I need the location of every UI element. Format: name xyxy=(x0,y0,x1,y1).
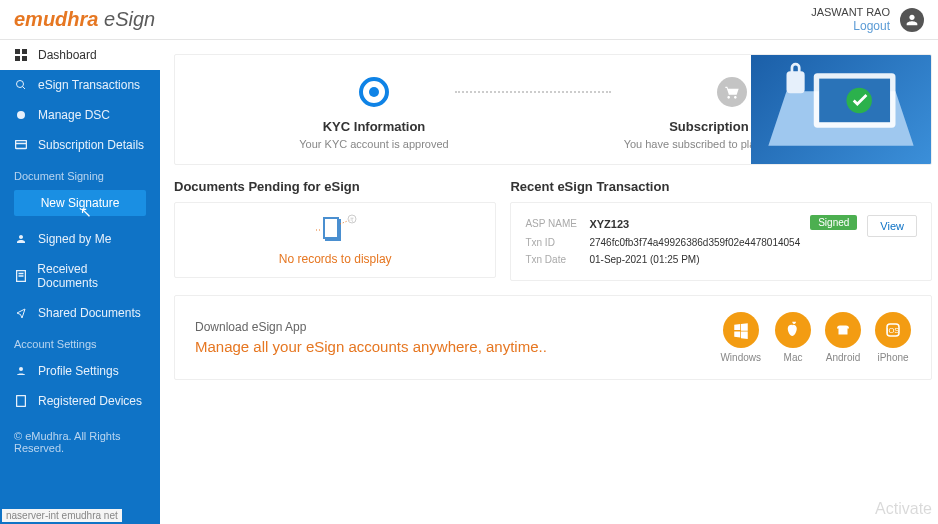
sidebar-item-received-docs[interactable]: Received Documents xyxy=(0,254,160,298)
windows-icon xyxy=(732,321,750,339)
activate-watermark: Activate xyxy=(875,500,932,518)
recent-panel: Recent eSign Transaction ASP NAMEXYZ123 … xyxy=(510,179,932,281)
txndate-value: 01-Sep-2021 (01:25 PM) xyxy=(589,251,699,268)
header-bar: emudhra eSign JASWANT RAO Logout xyxy=(0,0,938,40)
sidebar: Dashboard eSign Transactions Manage DSC … xyxy=(0,40,160,524)
download-label: Windows xyxy=(720,352,761,363)
svg-rect-3 xyxy=(22,56,27,61)
sidebar-item-shared-docs[interactable]: Shared Documents xyxy=(0,298,160,328)
svg-point-12 xyxy=(19,367,23,371)
apple-icon xyxy=(784,321,802,339)
laptop-shield-illustration-icon xyxy=(751,55,931,164)
download-title: Download eSign App xyxy=(195,320,547,334)
brand-name-a: emudhra xyxy=(14,8,98,30)
doc-icon xyxy=(14,270,27,282)
asp-label: ASP NAME xyxy=(525,215,581,234)
txnid-value: 2746fc0fb3f74a49926386d359f02e4478014054 xyxy=(589,234,800,251)
svg-text:iOS: iOS xyxy=(887,326,900,335)
download-label: Android xyxy=(825,352,861,363)
sidebar-item-label: Signed by Me xyxy=(38,232,111,246)
step-kyc-icon xyxy=(359,77,389,107)
svg-line-5 xyxy=(23,87,26,90)
sidebar-item-manage-dsc[interactable]: Manage DSC xyxy=(0,100,160,130)
svg-rect-2 xyxy=(15,56,20,61)
pending-panel: Documents Pending for eSign ₹ No records… xyxy=(174,179,496,281)
asp-value: XYZ123 xyxy=(589,215,629,234)
sidebar-item-label: eSign Transactions xyxy=(38,78,140,92)
svg-point-6 xyxy=(17,111,25,119)
empty-docs-icon: ₹ xyxy=(310,214,360,244)
status-badge: Signed xyxy=(810,215,857,230)
sidebar-footer: © eMudhra. All Rights Reserved. xyxy=(0,416,160,468)
recent-title: Recent eSign Transaction xyxy=(510,179,932,194)
steps-card: KYC Information Your KYC account is appr… xyxy=(174,54,932,165)
sidebar-section-signing: Document Signing xyxy=(0,160,160,188)
svg-point-4 xyxy=(17,81,24,88)
svg-rect-21 xyxy=(324,218,338,238)
svg-rect-1 xyxy=(22,49,27,54)
sidebar-item-subscription[interactable]: Subscription Details xyxy=(0,130,160,160)
cart-icon xyxy=(717,77,747,107)
statusbar-url: naserver-int emudhra net xyxy=(2,509,122,522)
device-icon xyxy=(14,395,28,407)
cursor-icon: ↖ xyxy=(80,204,92,220)
logout-link[interactable]: Logout xyxy=(853,19,890,33)
sidebar-section-account: Account Settings xyxy=(0,328,160,356)
sidebar-item-profile-settings[interactable]: Profile Settings xyxy=(0,356,160,386)
avatar[interactable] xyxy=(900,8,924,32)
step-kyc-title: KYC Information xyxy=(195,119,553,134)
txndate-label: Txn Date xyxy=(525,251,581,268)
dot-icon xyxy=(14,110,28,120)
banner-illustration xyxy=(751,55,931,164)
transaction-card: ASP NAMEXYZ123 Txn ID2746fc0fb3f74a49926… xyxy=(510,202,932,281)
txnid-label: Txn ID xyxy=(525,234,581,251)
sidebar-item-signed-by-me[interactable]: Signed by Me xyxy=(0,224,160,254)
download-label: iPhone xyxy=(875,352,911,363)
svg-rect-0 xyxy=(15,49,20,54)
new-signature-button[interactable]: New Signature ↖ xyxy=(14,190,146,216)
step-connector xyxy=(455,91,611,93)
svg-text:₹: ₹ xyxy=(350,217,354,223)
android-icon xyxy=(834,321,852,339)
step-kyc-sub: Your KYC account is approved xyxy=(195,138,553,150)
pending-body: ₹ No records to display xyxy=(174,202,496,278)
step-kyc: KYC Information Your KYC account is appr… xyxy=(195,77,553,150)
card-icon xyxy=(14,140,28,150)
pending-title: Documents Pending for eSign xyxy=(174,179,496,194)
sidebar-item-dashboard[interactable]: Dashboard xyxy=(0,40,160,70)
main-content: KYC Information Your KYC account is appr… xyxy=(160,40,938,524)
no-records-text: No records to display xyxy=(279,252,392,266)
svg-rect-7 xyxy=(16,141,27,149)
sidebar-item-label: Shared Documents xyxy=(38,306,141,320)
svg-rect-13 xyxy=(17,396,26,407)
download-iphone[interactable]: iOS iPhone xyxy=(875,312,911,363)
download-android[interactable]: Android xyxy=(825,312,861,363)
sidebar-item-label: Registered Devices xyxy=(38,394,142,408)
sidebar-item-transactions[interactable]: eSign Transactions xyxy=(0,70,160,100)
grid-icon xyxy=(14,49,28,61)
search-icon xyxy=(14,79,28,91)
appstore-icon: iOS xyxy=(884,321,902,339)
download-windows[interactable]: Windows xyxy=(720,312,761,363)
download-card: Download eSign App Manage all your eSign… xyxy=(174,295,932,380)
sidebar-item-label: Profile Settings xyxy=(38,364,119,378)
user-area: JASWANT RAO Logout xyxy=(811,6,924,33)
download-mac[interactable]: Mac xyxy=(775,312,811,363)
sidebar-item-registered-devices[interactable]: Registered Devices xyxy=(0,386,160,416)
profile-icon xyxy=(14,365,28,377)
user-icon xyxy=(904,12,920,28)
download-label: Mac xyxy=(775,352,811,363)
view-button[interactable]: View xyxy=(867,215,917,237)
sidebar-item-label: Subscription Details xyxy=(38,138,144,152)
sidebar-item-label: Received Documents xyxy=(37,262,146,290)
sidebar-item-label: Manage DSC xyxy=(38,108,110,122)
logo: emudhra eSign xyxy=(14,8,155,31)
brand-name-b: eSign xyxy=(98,8,155,30)
user-icon xyxy=(14,233,28,245)
sidebar-item-label: Dashboard xyxy=(38,48,97,62)
share-icon xyxy=(14,307,28,319)
step-sub-pre: You have subscribed to plan xyxy=(624,138,765,150)
user-name: JASWANT RAO xyxy=(811,6,890,18)
download-tagline: Manage all your eSign accounts anywhere,… xyxy=(195,338,547,355)
